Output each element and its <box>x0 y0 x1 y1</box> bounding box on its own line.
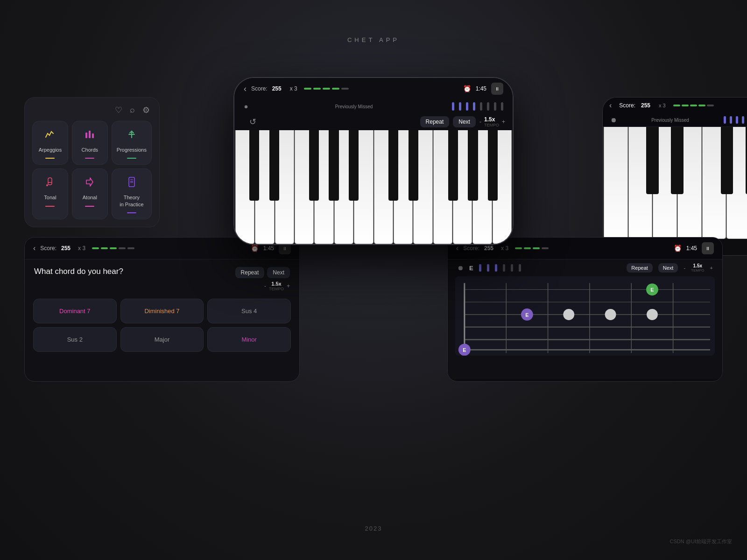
rp-wk-6[interactable] <box>726 127 747 239</box>
next-button[interactable]: Next <box>453 116 476 127</box>
missed-note-4 <box>473 102 475 111</box>
brp-tempo-minus[interactable]: - <box>684 265 685 271</box>
brp-life-2 <box>524 247 531 249</box>
chord-sus4[interactable]: Sus 4 <box>207 299 291 323</box>
blp-score-value: 255 <box>61 245 70 252</box>
white-key-b2[interactable] <box>493 130 512 244</box>
chord-major[interactable]: Major <box>120 327 204 352</box>
phone-pause-button[interactable]: ⏸ <box>491 83 503 95</box>
atonal-dot <box>85 206 94 207</box>
brp-score-value: 255 <box>484 245 493 252</box>
tempo-control: - 1.5x TEMPO + <box>479 116 505 127</box>
white-key-a[interactable] <box>334 130 353 244</box>
rn-2 <box>730 116 732 124</box>
rp-wk-1[interactable] <box>604 127 628 239</box>
right-score-label: Score: <box>619 102 635 109</box>
phone-back-button[interactable]: ‹ <box>244 84 247 94</box>
white-key-g2[interactable] <box>453 130 472 244</box>
brp-note-e: E <box>469 265 473 272</box>
white-key-e[interactable] <box>275 130 294 244</box>
rp-wk-5[interactable] <box>702 127 726 239</box>
rp-wk-3[interactable] <box>653 127 677 239</box>
right-panel: ‹ Score: 255 x 3 ⏺ Previously Missed <box>602 97 747 256</box>
sidebar-item-arpeggios[interactable]: Arpeggios <box>32 121 68 165</box>
repeat-button[interactable]: Repeat <box>420 116 450 127</box>
previously-missed-label: Previously Missed <box>335 104 373 109</box>
chord-options-grid: Dominant 7 Diminished 7 Sus 4 Sus 2 Majo… <box>25 295 299 360</box>
fret-dot-w3[interactable] <box>647 309 658 320</box>
arpeggios-icon <box>44 129 56 143</box>
brp-pause-button[interactable]: ⏸ <box>702 242 714 254</box>
brp-note-5 <box>511 264 513 272</box>
blp-repeat-next: Repeat Next <box>235 267 290 278</box>
brp-back-button[interactable]: ‹ <box>456 244 458 252</box>
rp-wk-4[interactable] <box>677 127 702 239</box>
blp-question-area: What chord do you hear? Repeat Next - 1.… <box>25 259 299 295</box>
white-key-b[interactable] <box>354 130 373 244</box>
sidebar-item-tonal[interactable]: Tonal <box>32 168 68 219</box>
blp-tempo-minus[interactable]: - <box>264 283 266 289</box>
white-key-f[interactable] <box>295 130 314 244</box>
refresh-icon[interactable]: ↺ <box>249 117 256 126</box>
chord-minor[interactable]: Minor <box>207 327 291 352</box>
fret-dot-w1[interactable] <box>563 309 574 320</box>
search-icon[interactable]: ⌕ <box>130 105 135 115</box>
sidebar-item-atonal[interactable]: Atonal <box>72 168 108 219</box>
sidebar-item-chords[interactable]: Chords <box>72 121 108 165</box>
blp-back-button[interactable]: ‹ <box>33 244 35 252</box>
white-key-a2[interactable] <box>472 130 492 244</box>
svg-rect-6 <box>130 179 133 180</box>
white-key-c2[interactable] <box>374 130 393 244</box>
white-key-d[interactable] <box>255 130 274 244</box>
chord-dominant7[interactable]: Dominant 7 <box>33 299 117 323</box>
tempo-value: 1.5x <box>484 116 499 123</box>
sidebar-item-theory[interactable]: Theory in Practice <box>112 168 152 219</box>
brp-life-3 <box>533 247 540 249</box>
chord-diminished7[interactable]: Diminished 7 <box>120 299 204 323</box>
progressions-dot <box>127 158 136 159</box>
settings-icon[interactable]: ⚙ <box>142 105 150 115</box>
tempo-plus[interactable]: + <box>502 119 505 125</box>
right-missed-label: Previously Missed <box>620 118 720 123</box>
brp-tempo-plus[interactable]: + <box>710 265 713 271</box>
tempo-minus[interactable]: - <box>479 119 481 125</box>
blp-tempo-plus[interactable]: + <box>287 283 290 289</box>
white-key-e2[interactable] <box>413 130 432 244</box>
right-notes <box>724 116 744 124</box>
guitar-area: ⏺ E Repeat Next - 1.5x TEMPO + <box>448 259 722 379</box>
piano-keyboard[interactable] <box>234 130 513 244</box>
theory-dot <box>127 212 136 213</box>
tonal-dot <box>45 206 55 207</box>
missed-note-7 <box>494 102 496 111</box>
record-icon: ⏺ <box>244 104 248 109</box>
rp-wk-2[interactable] <box>628 127 653 239</box>
white-key-f2[interactable] <box>433 130 452 244</box>
chord-sus2[interactable]: Sus 2 <box>33 327 117 352</box>
right-record-icon: ⏺ <box>610 116 617 124</box>
right-panel-header: ‹ Score: 255 x 3 <box>603 98 747 113</box>
sidebar-item-progressions[interactable]: Progressions <box>112 121 152 165</box>
blp-tempo: 1.5x TEMPO <box>269 281 284 291</box>
white-key-g[interactable] <box>314 130 333 244</box>
heart-icon[interactable]: ♡ <box>115 105 122 115</box>
phone-timer: 1:45 <box>476 85 486 92</box>
brp-note-1 <box>479 264 481 272</box>
svg-rect-2 <box>92 133 94 138</box>
blp-repeat-button[interactable]: Repeat <box>235 267 265 278</box>
right-back-button[interactable]: ‹ <box>609 101 612 110</box>
missed-note-6 <box>487 102 489 111</box>
brp-next-button[interactable]: Next <box>658 263 678 273</box>
fret-dot-w2[interactable] <box>605 309 616 320</box>
fretboard-container: E E E <box>455 276 715 356</box>
blp-multiplier: x 3 <box>78 245 85 252</box>
brp-multiplier: x 3 <box>501 245 508 252</box>
white-key-d2[interactable] <box>394 130 413 244</box>
brp-life-1 <box>515 247 522 249</box>
brp-timer-icon: ⏰ <box>674 245 682 252</box>
white-key-c[interactable] <box>235 130 254 244</box>
blp-next-button[interactable]: Next <box>267 267 290 278</box>
blp-question-text: What chord do you hear? <box>34 267 235 276</box>
brp-repeat-button[interactable]: Repeat <box>627 263 652 273</box>
r-life-3 <box>690 105 697 106</box>
chords-label: Chords <box>82 147 98 153</box>
